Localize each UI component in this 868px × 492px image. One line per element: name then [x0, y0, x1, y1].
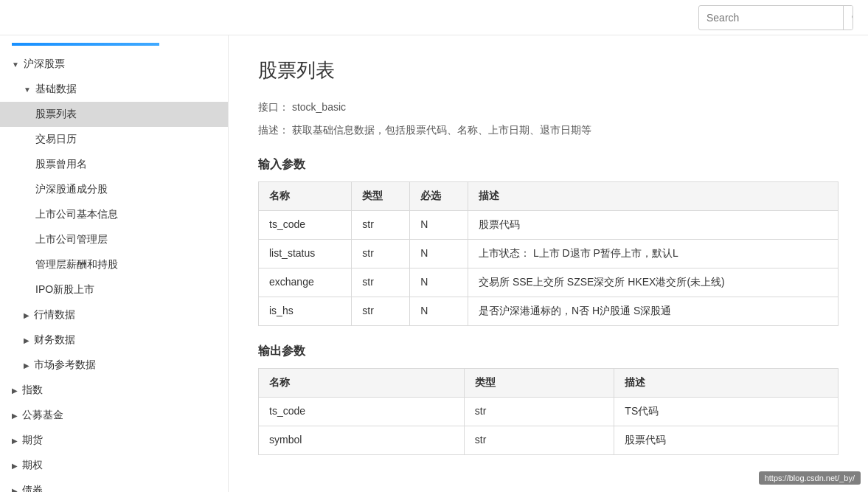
arrow-icon-mutual-fund: ▶ — [12, 412, 18, 420]
sidebar-label-market-ref-data: 市场参考数据 — [34, 358, 216, 372]
col-name-2: 名称 — [259, 369, 465, 398]
sidebar-label-stock-alias: 股票曾用名 — [35, 158, 216, 171]
desc-line: 描述： 获取基础信息数据，包括股票代码、名称、上市日期、退市日期等 — [258, 121, 839, 139]
sidebar-item-bonds[interactable]: ▶债券 — [0, 478, 228, 492]
layout: ▼沪深股票▼基础数据股票列表交易日历股票曾用名沪深股通成分股上市公司基本信息上市… — [0, 35, 868, 492]
sidebar-item-company-basic[interactable]: 上市公司基本信息 — [0, 202, 228, 227]
desc-value: 获取基础信息数据，包括股票代码、名称、上市日期、退市日期等 — [292, 124, 591, 136]
sidebar-label-mgmt-salary: 管理层薪酬和持股 — [35, 258, 216, 271]
table-row: ts_codestrN股票代码 — [259, 211, 839, 240]
sidebar-label-stock-list: 股票列表 — [35, 108, 216, 121]
api-label: 接口： — [258, 101, 289, 113]
output-table-header-row: 名称 类型 描述 — [259, 369, 839, 398]
arrow-icon-index: ▶ — [12, 387, 18, 395]
sidebar-label-trade-calendar: 交易日历 — [35, 133, 216, 146]
sidebar-item-options[interactable]: ▶期权 — [0, 453, 228, 478]
input-params-table: 名称 类型 必选 描述 ts_codestrN股票代码list_statusst… — [258, 181, 839, 326]
sidebar-label-market-data: 行情数据 — [34, 308, 216, 322]
sidebar-label-bonds: 债券 — [22, 484, 216, 492]
search-button[interactable] — [843, 5, 853, 30]
top-bar — [0, 0, 868, 35]
col-type-1: 类型 — [352, 182, 410, 211]
sidebar-label-hu-shen-stocks: 沪深股票 — [24, 58, 216, 71]
table-row: list_statusstrN上市状态： L上市 D退市 P暂停上市，默认L — [259, 240, 839, 268]
sidebar-item-hu-shen-stocks[interactable]: ▼沪深股票 — [0, 52, 228, 77]
sidebar-item-finance-data[interactable]: ▶财务数据 — [0, 328, 228, 353]
logo-bar — [12, 43, 159, 46]
arrow-icon-hu-shen-stocks: ▼ — [12, 60, 19, 69]
svg-point-0 — [853, 13, 853, 20]
sidebar-item-index[interactable]: ▶指数 — [0, 378, 228, 403]
sidebar-item-futures[interactable]: ▶期货 — [0, 428, 228, 453]
table-row: exchangestrN交易所 SSE上交所 SZSE深交所 HKEX港交所(未… — [259, 268, 839, 297]
page-title: 股票列表 — [258, 58, 839, 83]
sidebar-label-mutual-fund: 公募基金 — [22, 409, 216, 422]
col-type-2: 类型 — [464, 369, 614, 398]
sidebar-label-company-mgmt: 上市公司管理层 — [35, 233, 216, 246]
input-params-title: 输入参数 — [258, 157, 839, 173]
sidebar-label-options: 期权 — [22, 459, 216, 472]
col-desc-2: 描述 — [614, 369, 839, 398]
col-name-1: 名称 — [259, 182, 352, 211]
sidebar-item-company-mgmt[interactable]: 上市公司管理层 — [0, 227, 228, 252]
sidebar-item-mgmt-salary[interactable]: 管理层薪酬和持股 — [0, 252, 228, 277]
corner-badge: https://blog.csdn.net/_by/ — [759, 471, 861, 485]
sidebar-item-mutual-fund[interactable]: ▶公募基金 — [0, 403, 228, 428]
sidebar-label-finance-data: 财务数据 — [34, 333, 216, 347]
input-table-header-row: 名称 类型 必选 描述 — [259, 182, 839, 211]
sidebar-item-market-ref-data[interactable]: ▶市场参考数据 — [0, 353, 228, 378]
sidebar-label-index: 指数 — [22, 384, 216, 397]
col-desc-1: 描述 — [468, 182, 839, 211]
sidebar: ▼沪深股票▼基础数据股票列表交易日历股票曾用名沪深股通成分股上市公司基本信息上市… — [0, 35, 229, 492]
arrow-icon-finance-data: ▶ — [24, 336, 29, 344]
sidebar-label-futures: 期货 — [22, 434, 216, 447]
arrow-icon-options: ▶ — [12, 462, 18, 470]
table-row: symbolstr股票代码 — [259, 426, 839, 455]
sidebar-label-basic-data: 基础数据 — [35, 83, 216, 96]
output-params-title: 输出参数 — [258, 344, 839, 359]
search-box[interactable] — [698, 5, 853, 30]
main-content: 股票列表 接口： stock_basic 描述： 获取基础信息数据，包括股票代码… — [229, 35, 868, 492]
sidebar-item-hu-shen-tong[interactable]: 沪深股通成分股 — [0, 177, 228, 202]
output-params-table: 名称 类型 描述 ts_codestrTS代码symbolstr股票代码 — [258, 368, 839, 455]
sidebar-item-trade-calendar[interactable]: 交易日历 — [0, 127, 228, 152]
sidebar-item-market-data[interactable]: ▶行情数据 — [0, 302, 228, 328]
arrow-icon-basic-data: ▼ — [24, 86, 31, 94]
sidebar-item-ipo-new[interactable]: IPO新股上市 — [0, 277, 228, 302]
sidebar-label-company-basic: 上市公司基本信息 — [35, 208, 216, 221]
col-required: 必选 — [410, 182, 468, 211]
api-value: stock_basic — [292, 101, 346, 113]
table-row: ts_codestrTS代码 — [259, 398, 839, 426]
arrow-icon-bonds: ▶ — [12, 487, 18, 493]
table-row: is_hsstrN是否沪深港通标的，N否 H沪股通 S深股通 — [259, 297, 839, 326]
arrow-icon-market-ref-data: ▶ — [24, 361, 29, 370]
sidebar-label-ipo-new: IPO新股上市 — [35, 283, 216, 297]
desc-label: 描述： — [258, 124, 289, 136]
sidebar-item-basic-data[interactable]: ▼基础数据 — [0, 77, 228, 102]
api-line: 接口： stock_basic — [258, 98, 839, 117]
sidebar-label-hu-shen-tong: 沪深股通成分股 — [35, 183, 216, 196]
arrow-icon-futures: ▶ — [12, 437, 18, 445]
arrow-icon-market-data: ▶ — [24, 311, 29, 319]
search-icon — [851, 12, 853, 24]
sidebar-item-stock-list[interactable]: 股票列表 — [0, 102, 228, 127]
search-input[interactable] — [699, 12, 843, 24]
sidebar-item-stock-alias[interactable]: 股票曾用名 — [0, 152, 228, 177]
